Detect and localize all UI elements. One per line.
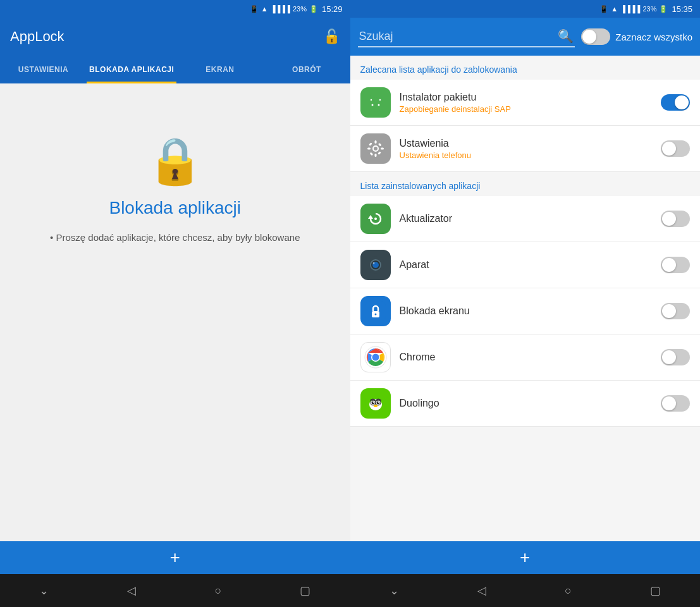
tab-ekran[interactable]: EKRAN [176, 56, 263, 83]
duolingo-toggle-knob [662, 396, 676, 410]
right-nav-back[interactable]: ◁ [477, 584, 486, 598]
left-phone-panel: 📱 ▲ ▐▐▐▐ 23% 🔋 15:29 AppLock 🔓 USTAWIENI… [0, 0, 350, 607]
left-battery-text: 23% [293, 5, 307, 13]
blokada-ekranu-icon [360, 296, 391, 326]
blokada-ekranu-name: Blokada ekranu [400, 305, 653, 317]
instalator-info: Instalator pakietu Zapobieganie deinstal… [400, 92, 653, 114]
ustawienia-icon [360, 133, 391, 164]
svg-point-8 [379, 99, 380, 101]
left-sim-icon: 📱 [250, 5, 259, 13]
installed-section-header: Lista zainstalowanych aplikacji [350, 172, 701, 196]
svg-point-40 [373, 402, 374, 403]
left-status-bar: 📱 ▲ ▐▐▐▐ 23% 🔋 15:29 [0, 0, 350, 18]
left-nav-home[interactable]: ○ [214, 584, 221, 598]
right-battery-text: 23% [642, 5, 656, 13]
list-item: Aktualizator [350, 196, 701, 242]
right-status-bar: 📱 ▲ ▐▐▐▐ 23% 🔋 15:35 [350, 0, 701, 18]
left-app-header: AppLock 🔓 [0, 18, 350, 56]
left-main-content: 🔒 Blokada aplikacji • Proszę dodać aplik… [0, 83, 350, 541]
left-wifi-icon: ▲ [261, 5, 268, 13]
list-item: Ustawienia Ustawienia telefonu [350, 126, 701, 172]
ustawienia-toggle[interactable] [661, 140, 690, 157]
svg-point-42 [374, 405, 378, 407]
svg-point-6 [370, 97, 381, 104]
svg-point-7 [370, 99, 371, 101]
duolingo-svg [364, 392, 387, 415]
left-nav-recent[interactable]: ▢ [300, 584, 310, 598]
ustawienia-toggle-knob [662, 142, 676, 156]
left-nav-bar: ⌄ ◁ ○ ▢ [0, 574, 350, 607]
ustawienia-sub: Ustawienia telefonu [400, 150, 653, 160]
search-icon[interactable]: 🔍 [558, 28, 574, 44]
right-add-button[interactable]: + [350, 541, 701, 574]
duolingo-name: Duolingo [400, 398, 653, 409]
header-lock-icon: 🔓 [323, 28, 340, 45]
app-title: AppLock [10, 28, 64, 45]
instalator-toggle-knob [675, 95, 689, 109]
svg-point-38 [371, 402, 374, 405]
blokada-ekranu-toggle-knob [662, 304, 676, 318]
duolingo-info: Duolingo [400, 398, 653, 409]
instalator-sub: Zapobieganie deinstalacji SAP [400, 104, 653, 114]
svg-rect-12 [374, 140, 376, 144]
tab-blokada-aplikacji[interactable]: BLOKADA APLIKACJI [87, 56, 176, 83]
instalator-icon [360, 87, 391, 118]
settings-svg [365, 138, 386, 159]
svg-point-2 [371, 104, 373, 106]
instalator-name: Instalator pakietu [400, 92, 653, 103]
ustawienia-name: Ustawienia [400, 138, 653, 149]
right-nav-home[interactable]: ○ [565, 584, 572, 598]
aktualizator-info: Aktualizator [400, 213, 653, 224]
aparat-icon [360, 250, 391, 280]
svg-point-3 [378, 104, 379, 106]
chrome-name: Chrome [400, 352, 653, 363]
left-nav-back[interactable]: ◁ [127, 584, 136, 598]
search-bar: 🔍 Zaznacz wszystko [350, 18, 701, 56]
right-wifi-icon: ▲ [611, 5, 618, 13]
svg-rect-13 [374, 154, 376, 157]
svg-point-33 [372, 354, 379, 361]
aparat-toggle-knob [662, 258, 676, 272]
svg-point-11 [374, 147, 378, 150]
aparat-svg [365, 255, 386, 275]
chrome-toggle[interactable] [661, 349, 690, 365]
select-all-toggle-knob [582, 30, 596, 44]
tab-obrot[interactable]: OBRÓT [263, 56, 350, 83]
chrome-svg [364, 346, 387, 369]
blokada-aplikacji-desc: • Proszę dodać aplikacje, które chcesz, … [31, 231, 319, 245]
select-all-label: Zaznacz wszystko [615, 32, 692, 42]
ustawienia-info: Ustawienia Ustawienia telefonu [400, 138, 653, 160]
left-status-icons: 📱 ▲ ▐▐▐▐ 23% 🔋 [250, 5, 318, 13]
recommended-section-header: Zalecana lista aplikacji do zablokowania [350, 56, 701, 80]
tab-ustawienia[interactable]: USTAWIENIA [0, 56, 87, 83]
right-app-list: Zalecana lista aplikacji do zablokowania [350, 56, 701, 541]
aktualizator-name: Aktualizator [400, 213, 653, 224]
search-input[interactable] [359, 30, 555, 43]
select-all-toggle[interactable] [581, 28, 610, 45]
right-nav-recent[interactable]: ▢ [650, 584, 661, 598]
aktualizator-toggle[interactable] [661, 211, 690, 227]
blokada-ekranu-toggle[interactable] [661, 303, 690, 319]
list-item: Aparat [350, 242, 701, 288]
left-add-button[interactable]: + [0, 541, 350, 574]
aparat-info: Aparat [400, 259, 653, 271]
right-signal-icon: ▐▐▐▐ [620, 5, 640, 13]
select-all-wrap: Zaznacz wszystko [581, 28, 692, 45]
android-svg [365, 92, 386, 113]
aparat-name: Aparat [400, 259, 653, 271]
instalator-toggle[interactable] [661, 94, 690, 111]
aparat-toggle[interactable] [661, 257, 690, 273]
list-item: Blokada ekranu [350, 288, 701, 334]
left-signal-icon: ▐▐▐▐ [271, 5, 290, 13]
right-time: 15:35 [672, 4, 692, 14]
chrome-info: Chrome [400, 352, 653, 363]
left-nav-chevron[interactable]: ⌄ [39, 584, 49, 598]
list-item: Instalator pakietu Zapobieganie deinstal… [350, 80, 701, 126]
svg-point-41 [378, 402, 379, 403]
svg-point-27 [372, 262, 374, 264]
duolingo-toggle[interactable] [661, 395, 690, 412]
right-status-icons: 📱 ▲ ▐▐▐▐ 23% 🔋 [599, 5, 668, 13]
right-nav-chevron[interactable]: ⌄ [390, 584, 399, 598]
svg-point-22 [374, 218, 377, 220]
tabs-bar: USTAWIENIA BLOKADA APLIKACJI EKRAN OBRÓT [0, 56, 350, 83]
